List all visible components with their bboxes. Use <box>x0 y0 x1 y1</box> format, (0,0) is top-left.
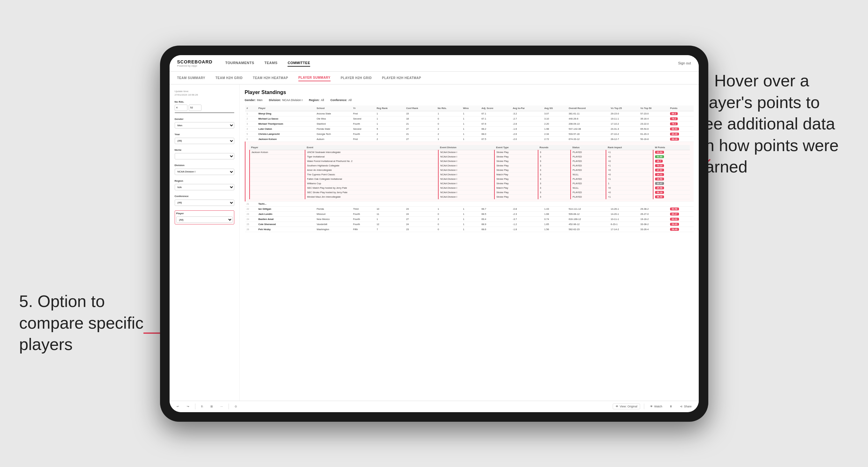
cell-rds: 1 <box>436 111 462 116</box>
cell-points[interactable] <box>669 201 693 206</box>
sub-cell-rank: +0 <box>606 186 653 190</box>
filter-gender-select[interactable]: Men <box>175 122 234 128</box>
points-badge[interactable]: 16.50 <box>655 178 664 180</box>
points-badge[interactable]: 46.7 <box>655 160 663 162</box>
cell-to-par: -3.2 <box>511 111 542 116</box>
watch-button[interactable]: 👁 Watch <box>648 404 664 409</box>
points-badge[interactable]: 03.64 <box>655 151 664 154</box>
points-badge[interactable]: 53.60 <box>655 155 664 158</box>
copy-button[interactable]: ⎘ <box>199 404 205 409</box>
filter-conference-select[interactable]: (All) <box>175 199 234 206</box>
cell-vs50: 23-22-0 <box>639 121 669 126</box>
filter-no-rds-to[interactable] <box>189 104 202 111</box>
undo-button[interactable]: ↩ <box>175 404 181 409</box>
sub-cell-event: SEC Match Play hosted by Jerry Pate <box>305 186 438 190</box>
col-points: Points <box>669 105 693 111</box>
points-badge[interactable]: 78.2 <box>670 117 678 120</box>
sub-cell-rounds: 3 <box>538 172 571 177</box>
sub-cell-points[interactable]: 25.98 <box>653 186 689 190</box>
points-badge[interactable]: 47.57 <box>655 168 664 172</box>
paste-button[interactable]: ⊞ <box>209 404 215 409</box>
download-button[interactable]: ⬇ <box>668 404 674 409</box>
filter-division-select[interactable]: NCAA Division I <box>175 168 234 175</box>
cell-num: 4 <box>245 126 257 131</box>
points-badge[interactable]: 68.18 <box>670 138 679 141</box>
points-badge[interactable]: 58.49 <box>670 228 679 231</box>
cell-record: 452-96-12 <box>567 222 609 227</box>
cell-points[interactable]: 88.2 <box>669 111 693 116</box>
nav-committee[interactable]: COMMITTEE <box>287 60 310 67</box>
timer-button[interactable]: ⊙ <box>233 404 239 409</box>
points-badge[interactable]: 56.18 <box>655 191 664 194</box>
more-button[interactable]: ··· <box>219 404 225 409</box>
filter-no-rds-from[interactable] <box>175 104 187 111</box>
cell-avg-sg: 1.68 <box>543 211 567 216</box>
points-badge[interactable]: 78.1 <box>670 122 678 125</box>
points-badge[interactable]: 88.94 <box>670 127 679 130</box>
cell-points[interactable]: 60.58 <box>669 206 693 211</box>
col-reg-rank: Reg Rank <box>375 105 404 111</box>
sub-cell-points[interactable]: 66.40 <box>653 194 689 199</box>
points-badge[interactable]: 30.47 <box>655 182 664 185</box>
sub-cell-points[interactable]: 56.18 <box>653 190 689 194</box>
cell-avg-sg: 2.72 <box>543 136 567 142</box>
cell-reg-rank: 12 <box>375 222 404 227</box>
sub-nav-player-summary[interactable]: PLAYER SUMMARY <box>298 74 331 81</box>
filter-region-select[interactable]: N/A <box>175 184 234 190</box>
cell-points[interactable]: 68.18 <box>669 136 693 142</box>
sub-cell-event: Mirobel Maui Jim Intercollegiate <box>305 194 438 199</box>
points-badge[interactable]: 60.02 <box>670 218 679 221</box>
col-vs50: Vs Top 50 <box>639 105 669 111</box>
points-badge[interactable]: 59.95 <box>670 223 679 226</box>
points-badge[interactable]: 25.98 <box>655 186 664 189</box>
sub-cell-points[interactable]: 14.11 <box>653 172 689 177</box>
sub-cell-points[interactable]: 53.60 <box>653 154 689 159</box>
sub-cell-points[interactable]: 03.64 <box>653 150 689 154</box>
sub-cell-points[interactable]: 47.57 <box>653 168 689 172</box>
cell-points[interactable]: 58.49 <box>669 227 693 232</box>
col-adj-score: Adj. Score <box>480 105 511 111</box>
points-badge[interactable]: 66.40 <box>655 195 664 198</box>
sub-nav-team-h2h-heatmap[interactable]: TEAM H2H HEATMAP <box>253 75 288 81</box>
sign-out-button[interactable]: Sign out <box>678 61 691 65</box>
sub-cell-rounds: 3 <box>538 181 571 186</box>
points-badge[interactable]: 60.58 <box>670 208 679 210</box>
cell-points[interactable]: 59.95 <box>669 222 693 227</box>
filter-player-label: Player <box>176 212 233 215</box>
cell-record: 533-57-16 <box>567 131 609 136</box>
sub-cell-points[interactable]: 30.47 <box>653 181 689 186</box>
nav-teams[interactable]: TEAMS <box>264 60 277 67</box>
view-original-button[interactable]: 👁 View: Original <box>613 404 640 409</box>
share-icon: ⊲ <box>680 405 682 408</box>
sub-cell-points[interactable]: 46.7 <box>653 159 689 163</box>
cell-points[interactable]: 78.1 <box>669 121 693 126</box>
cell-points[interactable]: 78.2 <box>669 116 693 121</box>
share-button[interactable]: ⊲ Share <box>678 404 693 409</box>
filter-niche-select[interactable] <box>175 153 234 159</box>
cell-vs50: 19-16-2 <box>639 216 669 222</box>
cell-points[interactable]: 60.27 <box>669 211 693 216</box>
nav-tournaments[interactable]: TOURNAMENTS <box>225 60 254 67</box>
redo-button[interactable]: ↪ <box>185 404 191 409</box>
points-badge[interactable]: 73.23 <box>655 164 664 167</box>
sub-nav-player-h2h-heatmap[interactable]: PLAYER H2H HEATMAP <box>382 75 421 81</box>
cell-adj-score: 68.6 <box>480 227 511 232</box>
points-badge[interactable]: 60.27 <box>670 213 679 216</box>
filter-year-select[interactable]: (All) <box>175 138 234 144</box>
filter-player-select[interactable]: (All) <box>176 216 233 223</box>
sub-cell-points[interactable]: 16.50 <box>653 177 689 181</box>
col-to-par: Avg to-Par <box>511 105 542 111</box>
sub-cell-type: Stroke Play <box>494 194 538 199</box>
sub-nav-player-h2h-grid[interactable]: PLAYER H2H GRID <box>341 75 372 81</box>
points-badge[interactable]: 88.2 <box>670 112 678 115</box>
sub-cell-points[interactable]: 73.23 <box>653 163 689 168</box>
sub-nav-team-h2h-grid[interactable]: TEAM H2H GRID <box>216 75 243 81</box>
cell-points[interactable]: 88.94 <box>669 126 693 131</box>
points-badge[interactable]: 80.49 <box>670 133 679 135</box>
points-badge[interactable]: 14.11 <box>655 173 664 176</box>
sub-table-row: Wake Forest Invitational at Pinehurst No… <box>250 159 690 163</box>
cell-points[interactable]: 60.02 <box>669 216 693 222</box>
sub-nav-team-summary[interactable]: TEAM SUMMARY <box>177 75 205 81</box>
cell-wins: 1 <box>462 222 480 227</box>
cell-points[interactable]: 80.49 <box>669 131 693 136</box>
